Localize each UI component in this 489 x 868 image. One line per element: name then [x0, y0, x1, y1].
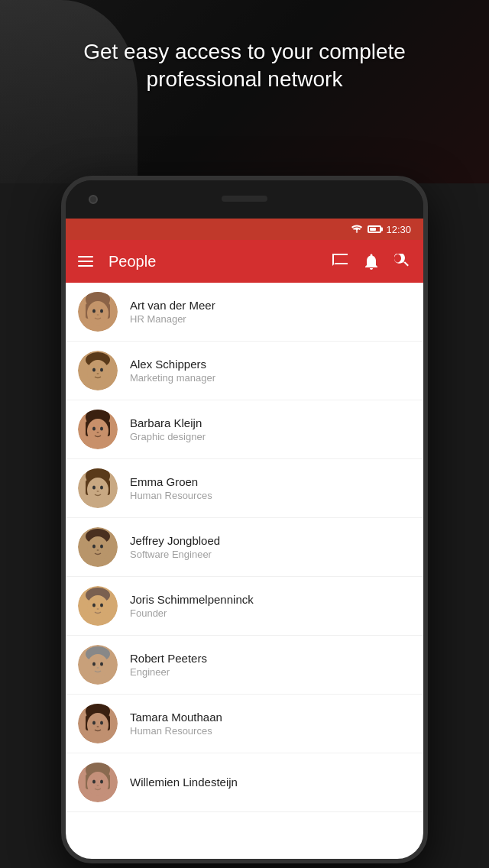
phone-speaker — [222, 196, 267, 202]
person-role-emma: Human Resources — [130, 490, 411, 501]
person-item-willemien[interactable]: Willemien Lindesteijn — [66, 753, 423, 812]
header-text-area: Get easy access to your complete profess… — [0, 38, 489, 94]
svg-point-5 — [92, 309, 96, 313]
svg-point-38 — [87, 595, 108, 620]
svg-point-45 — [92, 662, 96, 666]
toolbar-title: People — [108, 253, 316, 270]
person-role-alex: Marketing manager — [130, 372, 411, 384]
person-item-robert[interactable]: Robert PeetersEngineer — [66, 636, 423, 695]
person-name-alex: Alex Schippers — [130, 358, 411, 371]
svg-point-47 — [97, 667, 99, 669]
person-item-barbara[interactable]: Barbara KleijnGraphic designer — [66, 400, 423, 459]
avatar-robert — [78, 645, 118, 685]
svg-point-32 — [87, 536, 108, 561]
person-info-jeffrey: Jeffrey JongbloedSoftware Engineer — [130, 534, 411, 560]
app-toolbar: People — [66, 240, 423, 283]
svg-point-29 — [97, 491, 99, 492]
person-item-tamara[interactable]: Tamara MouthaanHuman Resources — [66, 695, 423, 753]
person-info-willemien: Willemien Lindesteijn — [130, 776, 411, 790]
svg-point-33 — [92, 545, 96, 549]
svg-point-41 — [97, 608, 99, 610]
svg-point-54 — [100, 721, 103, 725]
person-role-art: HR Manager — [130, 313, 411, 325]
svg-point-12 — [100, 368, 103, 372]
person-name-tamara: Tamara Mouthaan — [130, 711, 411, 724]
svg-point-61 — [92, 780, 96, 784]
person-info-art: Art van der MeerHR Manager — [130, 299, 411, 325]
svg-point-18 — [87, 419, 108, 443]
svg-point-11 — [92, 368, 96, 372]
message-icon[interactable] — [332, 252, 350, 270]
phone-top-bar — [66, 180, 423, 219]
person-name-robert: Robert Peeters — [130, 652, 411, 665]
person-item-alex[interactable]: Alex SchippersMarketing manager — [66, 342, 423, 400]
person-name-barbara: Barbara Kleijn — [130, 416, 411, 429]
person-info-barbara: Barbara KleijnGraphic designer — [130, 416, 411, 442]
person-role-tamara: Human Resources — [130, 725, 411, 737]
phone-frame: 12:30 People — [61, 176, 428, 863]
person-info-tamara: Tamara MouthaanHuman Resources — [130, 711, 411, 737]
svg-point-7 — [97, 314, 99, 316]
svg-point-19 — [92, 427, 96, 431]
person-item-art[interactable]: Art van der MeerHR Manager — [66, 283, 423, 342]
svg-point-4 — [87, 301, 108, 326]
svg-point-53 — [92, 721, 96, 725]
avatar-jeffrey — [78, 527, 118, 567]
svg-point-26 — [87, 478, 108, 502]
avatar-tamara — [78, 704, 118, 743]
avatar-alex — [78, 351, 118, 390]
svg-point-34 — [100, 545, 103, 549]
phone-camera — [89, 195, 98, 204]
status-bar: 12:30 — [66, 219, 423, 240]
svg-point-60 — [87, 772, 108, 796]
person-item-joris[interactable]: Joris SchimmelpenninckFounder — [66, 577, 423, 636]
svg-point-6 — [100, 309, 103, 313]
person-info-robert: Robert PeetersEngineer — [130, 652, 411, 678]
person-name-emma: Emma Groen — [130, 475, 411, 488]
svg-point-35 — [97, 549, 99, 551]
svg-point-46 — [100, 662, 103, 666]
svg-point-27 — [92, 486, 96, 490]
people-list: Art van der MeerHR Manager Alex Schipper… — [66, 283, 423, 863]
person-info-joris: Joris SchimmelpenninckFounder — [130, 593, 411, 619]
person-name-art: Art van der Meer — [130, 299, 411, 312]
person-name-willemien: Willemien Lindesteijn — [130, 776, 411, 789]
svg-point-52 — [87, 713, 108, 737]
person-item-jeffrey[interactable]: Jeffrey JongbloedSoftware Engineer — [66, 518, 423, 577]
svg-point-63 — [97, 785, 99, 786]
svg-point-55 — [97, 726, 99, 727]
person-name-jeffrey: Jeffrey Jongbloed — [130, 534, 411, 547]
status-time: 12:30 — [386, 224, 411, 235]
avatar-willemien — [78, 763, 118, 802]
svg-point-21 — [97, 432, 99, 433]
wifi-icon — [351, 223, 363, 235]
avatar-art — [78, 292, 118, 332]
svg-point-40 — [100, 604, 103, 607]
svg-point-39 — [92, 604, 96, 607]
person-item-emma[interactable]: Emma GroenHuman Resources — [66, 459, 423, 518]
svg-point-10 — [87, 360, 108, 384]
header-tagline: Get easy access to your complete profess… — [46, 38, 443, 94]
status-icons: 12:30 — [351, 223, 411, 235]
battery-icon — [368, 225, 381, 233]
svg-point-44 — [87, 654, 108, 679]
avatar-barbara — [78, 410, 118, 449]
person-name-joris: Joris Schimmelpenninck — [130, 593, 411, 606]
person-role-joris: Founder — [130, 607, 411, 619]
menu-icon[interactable] — [78, 256, 93, 267]
svg-point-13 — [97, 373, 99, 374]
person-role-barbara: Graphic designer — [130, 431, 411, 442]
person-role-robert: Engineer — [130, 666, 411, 678]
person-role-jeffrey: Software Engineer — [130, 549, 411, 560]
svg-point-62 — [100, 780, 103, 784]
toolbar-actions — [332, 252, 411, 270]
svg-point-20 — [100, 427, 103, 431]
svg-point-28 — [100, 486, 103, 490]
avatar-emma — [78, 468, 118, 508]
person-info-emma: Emma GroenHuman Resources — [130, 475, 411, 501]
avatar-joris — [78, 586, 118, 626]
person-info-alex: Alex SchippersMarketing manager — [130, 358, 411, 384]
notification-icon[interactable] — [362, 252, 381, 270]
search-icon[interactable] — [393, 252, 411, 270]
